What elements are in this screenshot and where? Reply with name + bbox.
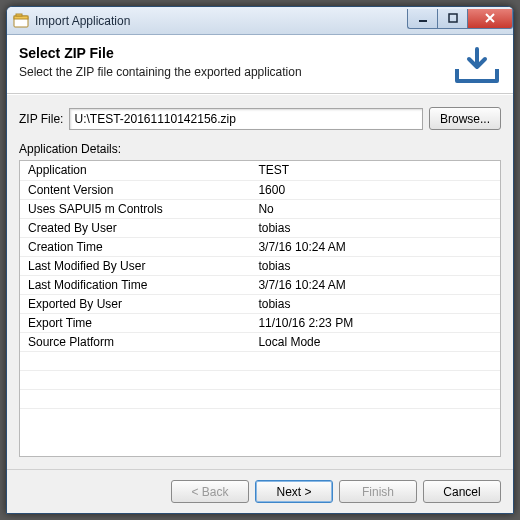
detail-label: Content Version <box>20 180 250 199</box>
svg-rect-4 <box>449 14 457 22</box>
detail-label: Created By User <box>20 218 250 237</box>
table-row: Export Time11/10/16 2:23 PM <box>20 313 500 332</box>
detail-label: Export Time <box>20 313 250 332</box>
app-icon <box>13 13 29 29</box>
table-row: Created By Usertobias <box>20 218 500 237</box>
detail-value: tobias <box>250 218 500 237</box>
svg-rect-2 <box>16 14 22 16</box>
detail-value: 1600 <box>250 180 500 199</box>
minimize-button[interactable] <box>407 9 437 29</box>
details-section-label: Application Details: <box>19 142 501 156</box>
detail-label: Last Modification Time <box>20 275 250 294</box>
detail-value: tobias <box>250 256 500 275</box>
details-table: ApplicationTESTContent Version1600Uses S… <box>20 161 500 409</box>
table-row: ApplicationTEST <box>20 161 500 180</box>
table-row <box>20 370 500 389</box>
zip-file-input[interactable] <box>69 108 423 130</box>
page-subtitle: Select the ZIP file containing the expor… <box>19 65 445 79</box>
detail-label: Last Modified By User <box>20 256 250 275</box>
table-row: Content Version1600 <box>20 180 500 199</box>
detail-value: 3/7/16 10:24 AM <box>250 237 500 256</box>
detail-label: Uses SAPUI5 m Controls <box>20 199 250 218</box>
close-button[interactable] <box>467 9 513 29</box>
browse-button[interactable]: Browse... <box>429 107 501 130</box>
detail-value: tobias <box>250 294 500 313</box>
wizard-footer: < Back Next > Finish Cancel <box>7 469 513 513</box>
maximize-button[interactable] <box>437 9 467 29</box>
detail-value: 3/7/16 10:24 AM <box>250 275 500 294</box>
next-button[interactable]: Next > <box>255 480 333 503</box>
table-row: Last Modification Time3/7/16 10:24 AM <box>20 275 500 294</box>
svg-rect-3 <box>419 20 427 22</box>
detail-label: Application <box>20 161 250 180</box>
page-title: Select ZIP File <box>19 45 445 61</box>
details-table-container: ApplicationTESTContent Version1600Uses S… <box>19 160 501 457</box>
detail-label: Source Platform <box>20 332 250 351</box>
table-row: Creation Time3/7/16 10:24 AM <box>20 237 500 256</box>
finish-button: Finish <box>339 480 417 503</box>
wizard-header: Select ZIP File Select the ZIP file cont… <box>7 35 513 94</box>
detail-value: 11/10/16 2:23 PM <box>250 313 500 332</box>
window-title: Import Application <box>35 14 407 28</box>
zip-file-row: ZIP File: Browse... <box>19 107 501 130</box>
dialog-body: ZIP File: Browse... Application Details:… <box>7 94 513 469</box>
detail-value: TEST <box>250 161 500 180</box>
table-row <box>20 389 500 408</box>
detail-label: Exported By User <box>20 294 250 313</box>
detail-value: Local Mode <box>250 332 500 351</box>
table-row: Exported By Usertobias <box>20 294 500 313</box>
table-row: Source PlatformLocal Mode <box>20 332 500 351</box>
detail-label: Creation Time <box>20 237 250 256</box>
back-button: < Back <box>171 480 249 503</box>
detail-value: No <box>250 199 500 218</box>
table-row: Last Modified By Usertobias <box>20 256 500 275</box>
zip-file-label: ZIP File: <box>19 112 63 126</box>
cancel-button[interactable]: Cancel <box>423 480 501 503</box>
import-icon <box>453 45 501 85</box>
dialog-window: Import Application Select ZIP File Selec… <box>6 6 514 514</box>
titlebar[interactable]: Import Application <box>7 7 513 35</box>
table-row: Uses SAPUI5 m ControlsNo <box>20 199 500 218</box>
window-buttons <box>407 9 513 29</box>
table-row <box>20 351 500 370</box>
